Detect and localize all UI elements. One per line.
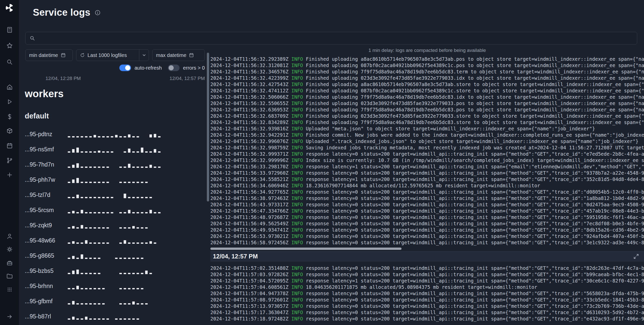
star-icon[interactable] [6, 42, 13, 49]
log-timestamp: 2024-12-04T11:57:17.363047Z [210, 310, 288, 315]
sparkline-bar [102, 242, 105, 244]
sparkline-bar [141, 212, 143, 213]
sparkline-bar [119, 167, 122, 168]
sparkline-bar [94, 318, 96, 320]
horizontal-scrollbar[interactable] [210, 248, 402, 250]
toggle-knob [125, 65, 130, 70]
sparkline-bar [132, 212, 135, 213]
log-level: INFO [291, 145, 303, 150]
worker-row[interactable]: ...95-zqkt9 [25, 218, 203, 233]
worker-row[interactable]: ...95-gfbmf [25, 294, 203, 309]
sparkline-bar [137, 197, 139, 198]
sparkline-bar [149, 182, 152, 183]
worker-name: ...95-pdtnz [25, 131, 68, 138]
expand-icon[interactable] [633, 254, 639, 259]
worker-row[interactable]: ...95-ns5mf [25, 142, 203, 157]
sparkline-bar [137, 258, 139, 259]
sparkline-bar [85, 317, 87, 320]
runs-play-icon[interactable] [6, 98, 13, 105]
sparkline-bar [124, 240, 126, 244]
sparkline-bar [72, 149, 75, 153]
worker-row[interactable]: ...95-tzl7d [25, 187, 203, 202]
sparkline-bar [85, 240, 87, 244]
worker-row[interactable]: ...95-bzbs5 [25, 263, 203, 278]
worker-sparkline [68, 192, 203, 198]
calculator-icon[interactable] [6, 26, 13, 33]
sparkline-bar [76, 136, 79, 137]
sparkline-bar [98, 212, 100, 213]
worker-sparkline [68, 237, 203, 244]
log-level: INFO [291, 214, 303, 220]
sparkline-bar [124, 318, 126, 320]
grid-dots-icon[interactable] [6, 286, 13, 293]
log-message: Finished uploading 087bf0c2aca04921bb096… [306, 63, 644, 68]
sparkline-bar [149, 134, 152, 137]
search-nav-icon[interactable] [6, 58, 13, 66]
sparkline-bar [85, 258, 87, 259]
worker-sparkline [68, 222, 203, 229]
worker-row[interactable]: ...95-brhnn [25, 278, 203, 294]
expand-sidebar-arrow-icon[interactable] [6, 313, 13, 320]
info-icon[interactable] [95, 10, 101, 16]
variables-dollar-icon[interactable] [6, 113, 13, 120]
log-line: 2024-12-04T11:57:17.363047Z INFO respons… [210, 309, 644, 316]
sparkline-bar [115, 167, 118, 168]
sparkline-bar [149, 273, 152, 274]
worker-row[interactable]: ...95-phh7w [25, 172, 203, 187]
worker-row[interactable]: ...95-5rcsm [25, 202, 203, 218]
worker-row[interactable]: ...95-7hd7n [25, 157, 203, 172]
worker-sparkline [68, 207, 203, 213]
log-line: 2024-12-04T11:56:34.606946Z INFO 18.2361… [210, 182, 644, 189]
git-branch-icon[interactable] [6, 157, 13, 164]
log-timestamp: 2024-12-04T11:56:32.506066Z [210, 94, 288, 100]
log-level: INFO [291, 303, 303, 309]
sparkline-bar [85, 288, 87, 289]
search-input[interactable] [38, 35, 633, 41]
sparkline-bar [106, 182, 109, 183]
sparkline-bar [98, 318, 100, 320]
sparkline-bar [81, 303, 83, 304]
log-timestamp: 2024-12-04T11:56:32.999371Z [210, 151, 288, 157]
logfiles-select-main[interactable]: Last 1000 logfiles [76, 50, 137, 61]
sparkline-bar [158, 243, 161, 244]
worker-row[interactable]: ...95-48w66 [25, 233, 203, 248]
worker-row[interactable]: ...95-g8665 [25, 248, 203, 263]
windmill-logo-icon[interactable] [5, 3, 14, 13]
log-message: Finished uploading 7f9f75d8a9ac46a78d19d… [306, 107, 644, 112]
log-timestamp: 2024-12-04T11:56:47.334766Z [210, 208, 288, 214]
sparkline-bar [111, 304, 113, 304]
logfiles-select[interactable]: Last 1000 logfiles [76, 49, 149, 61]
worker-row[interactable]: ...95-b87rl [25, 309, 203, 324]
schedules-calendar-icon[interactable] [6, 142, 13, 149]
workers-toolbox-icon[interactable] [6, 259, 13, 267]
log-line: 2024-12-04T11:56:58.972456Z INFO respons… [210, 239, 644, 246]
worker-row[interactable]: ...95-pdtnz [25, 127, 203, 142]
log-message: response latency=0 status=200 target=win… [306, 272, 644, 277]
vertical-scrollbar[interactable] [207, 53, 209, 201]
sparkline-bar [158, 167, 161, 168]
log-message: response latency=0 status=200 target=win… [306, 265, 644, 271]
log-line: 2024-12-04T11:56:32.312081Z INFO Finishe… [210, 62, 644, 69]
folder-icon[interactable] [6, 273, 13, 280]
resources-box-icon[interactable] [6, 127, 13, 134]
log-level: INFO [291, 113, 303, 119]
sparkline-bar [158, 136, 161, 137]
sparkline-bar [106, 318, 109, 320]
errors-toggle[interactable] [168, 65, 180, 71]
log-line: 2024-12-04T11:56:32.636953Z INFO Finishe… [210, 107, 644, 113]
log-message: response latency=0 status=200 target=win… [306, 195, 644, 201]
plus-icon[interactable] [6, 171, 13, 178]
user-icon[interactable] [6, 233, 13, 240]
sparkline-bar [149, 228, 152, 229]
auto-refresh-toggle[interactable] [119, 65, 131, 71]
sparkline-bar [106, 258, 109, 259]
home-icon[interactable] [6, 84, 13, 91]
logfiles-dropdown-button[interactable] [139, 50, 149, 61]
settings-gear-icon[interactable] [6, 246, 13, 253]
toggle-knob [169, 65, 174, 70]
max-datetime-button[interactable]: max datetime [152, 49, 205, 61]
log-line: 2024-12-04T11:57:18.972482Z INFO respons… [210, 316, 644, 322]
sparkline-bar [81, 167, 83, 168]
sparkline-bar [128, 197, 130, 198]
min-datetime-button[interactable]: min datetime [25, 49, 73, 61]
